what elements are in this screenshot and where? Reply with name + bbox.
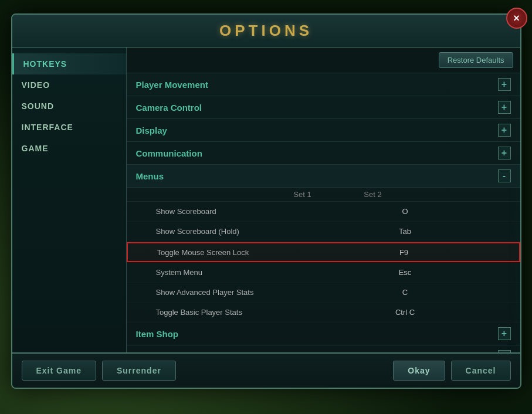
keybind-row-show-scoreboard-hold: Show Scoreboard (Hold) Tab — [127, 222, 520, 242]
col-header-set1: Set 1 — [267, 190, 338, 199]
surrender-button[interactable]: Surrender — [102, 361, 176, 381]
section-communication[interactable]: Communication + — [127, 142, 520, 165]
sidebar-item-game[interactable]: GAME — [12, 138, 126, 159]
expand-communication-btn[interactable]: + — [498, 147, 511, 160]
sidebar-item-sound[interactable]: SOUND — [12, 96, 126, 117]
section-display[interactable]: Display + — [127, 119, 520, 142]
keybind-row-toggle-basic-player-stats: Toggle Basic Player Stats Ctrl C — [127, 303, 520, 323]
close-button[interactable]: × — [506, 8, 527, 29]
exit-game-button[interactable]: Exit Game — [22, 361, 96, 381]
sidebar-item-interface[interactable]: INTERFACE — [12, 117, 126, 138]
section-item-shop[interactable]: Item Shop + — [127, 323, 520, 345]
keybind-row-system-menu: System Menu Esc — [127, 263, 520, 283]
section-practice-tool[interactable]: Practice Tool + — [127, 345, 520, 352]
sidebar-item-hotkeys[interactable]: HOTKEYS — [12, 53, 126, 74]
section-camera-control[interactable]: Camera Control + — [127, 96, 520, 119]
keybind-row-show-scoreboard: Show Scoreboard O — [127, 202, 520, 222]
section-menus[interactable]: Menus - — [127, 165, 520, 188]
modal-title-bar: OPTIONS × — [12, 15, 520, 47]
options-modal: OPTIONS × HOTKEYS VIDEO SOUND INTERFACE … — [11, 13, 521, 389]
sidebar-item-video[interactable]: VIDEO — [12, 74, 126, 96]
section-player-movement[interactable]: Player Movement + — [127, 73, 520, 96]
keybind-row-show-advanced-player-stats: Show Advanced Player Stats C — [127, 283, 520, 303]
expand-player-movement-btn[interactable]: + — [498, 78, 511, 91]
modal-overlay: OPTIONS × HOTKEYS VIDEO SOUND INTERFACE … — [11, 13, 521, 401]
expand-practice-tool-btn[interactable]: + — [498, 350, 511, 352]
col-header-set2: Set 2 — [338, 190, 408, 199]
column-headers: Set 1 Set 2 — [127, 188, 520, 202]
expand-menus-btn[interactable]: - — [498, 169, 511, 182]
restore-defaults-button[interactable]: Restore Defaults — [439, 52, 513, 68]
modal-footer: Exit Game Surrender Okay Cancel — [12, 352, 520, 388]
content-area: Restore Defaults Player Movement + Camer… — [127, 47, 520, 352]
expand-camera-control-btn[interactable]: + — [498, 101, 511, 114]
expand-item-shop-btn[interactable]: + — [498, 327, 511, 340]
restore-defaults-bar: Restore Defaults — [127, 47, 520, 73]
sidebar: HOTKEYS VIDEO SOUND INTERFACE GAME — [12, 47, 127, 352]
keybind-row-toggle-mouse-screen-lock: Toggle Mouse Screen Lock F9 — [127, 242, 520, 262]
cancel-button[interactable]: Cancel — [451, 361, 511, 381]
modal-title: OPTIONS — [219, 22, 313, 39]
expand-display-btn[interactable]: + — [498, 124, 511, 137]
scrollable-content[interactable]: Player Movement + Camera Control + Displ… — [127, 73, 520, 352]
okay-button[interactable]: Okay — [393, 361, 445, 381]
modal-body: HOTKEYS VIDEO SOUND INTERFACE GAME Resto… — [12, 47, 520, 352]
